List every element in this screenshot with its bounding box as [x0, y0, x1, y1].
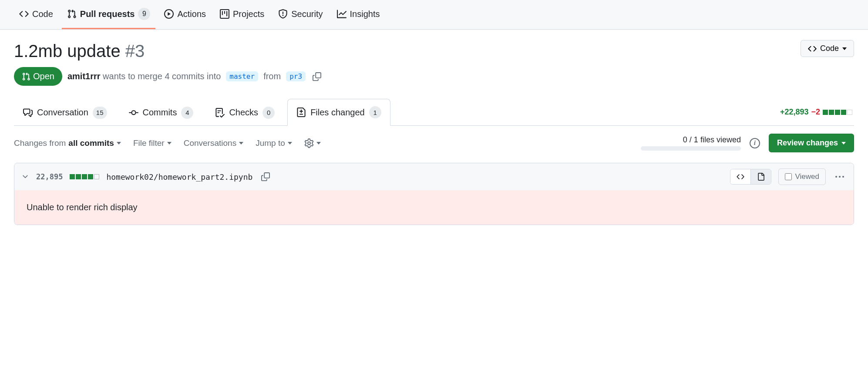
files-viewed-progress: [641, 146, 741, 151]
changes-from-value: all commits: [68, 138, 114, 148]
tab-conversation[interactable]: Conversation 15: [14, 99, 116, 126]
jump-to-dropdown[interactable]: Jump to: [256, 138, 292, 148]
state-text: Open: [33, 71, 54, 81]
file-path[interactable]: homework02/homework_part2.ipynb: [106, 172, 252, 182]
deletions-count: −2: [811, 108, 820, 117]
pull-requests-count: 9: [138, 8, 150, 20]
file-header: 22,895 homework02/homework_part2.ipynb: [14, 163, 854, 190]
base-branch[interactable]: master: [226, 71, 258, 81]
copy-icon: [313, 72, 321, 81]
tab-files-changed[interactable]: Files changed 1: [287, 99, 390, 126]
tab-commits[interactable]: Commits 4: [120, 99, 203, 126]
file-error-message: Unable to render rich display: [14, 190, 854, 225]
nav-code-label: Code: [32, 9, 53, 19]
state-badge: Open: [14, 67, 62, 86]
info-icon[interactable]: i: [750, 138, 760, 148]
review-changes-button[interactable]: Review changes: [769, 134, 854, 152]
display-source-button[interactable]: [730, 169, 750, 184]
changes-from-dropdown[interactable]: Changes from all commits: [14, 138, 121, 148]
pr-author[interactable]: amit1rrr: [67, 71, 101, 81]
code-icon: [808, 44, 817, 53]
files-toolbar: Changes from all commits File filter Con…: [14, 126, 854, 163]
commits-count: 4: [181, 107, 193, 119]
checks-count: 0: [262, 107, 275, 119]
copy-branch-button[interactable]: [311, 71, 323, 83]
merge-text-2: from: [263, 71, 281, 81]
caret-down-icon: [842, 47, 847, 50]
files-viewed-wrap: 0 / 1 files viewed: [641, 135, 741, 151]
pr-title: 1.2mb update #3: [14, 40, 794, 62]
file-diff-icon: [296, 108, 306, 117]
review-changes-label: Review changes: [777, 138, 838, 148]
pr-title-text: 1.2mb update: [14, 41, 121, 61]
pr-tabs: Conversation 15 Commits 4 Checks 0 Files…: [14, 99, 854, 126]
code-button[interactable]: Code: [801, 40, 854, 57]
pr-header: 1.2mb update #3 Open amit1rrr wants to m…: [14, 40, 854, 86]
graph-icon: [337, 9, 347, 19]
file-change-count: 22,895: [36, 172, 63, 181]
file-block: 22,895 homework02/homework_part2.ipynb: [14, 163, 854, 225]
nav-security[interactable]: Security: [273, 0, 328, 29]
shield-icon: [278, 9, 288, 19]
file-filter-dropdown[interactable]: File filter: [133, 138, 172, 148]
conversations-label: Conversations: [184, 138, 236, 148]
nav-pull-requests-label: Pull requests: [80, 9, 135, 19]
conversation-count: 15: [93, 107, 107, 119]
file-icon: [757, 173, 765, 181]
gear-icon: [304, 138, 314, 148]
git-commit-icon: [129, 108, 138, 118]
file-diff-boxes: [70, 174, 99, 179]
nav-pull-requests[interactable]: Pull requests 9: [62, 0, 156, 29]
comment-discussion-icon: [23, 108, 33, 118]
conversations-dropdown[interactable]: Conversations: [184, 138, 243, 148]
code-button-label: Code: [820, 44, 839, 53]
caret-down-icon: [288, 142, 292, 145]
diff-stats: +22,893 −2: [780, 108, 854, 117]
tab-commits-label: Commits: [143, 108, 177, 118]
nav-actions[interactable]: Actions: [159, 0, 211, 29]
viewed-label-text: Viewed: [795, 172, 819, 181]
repo-nav: Code Pull requests 9 Actions Projects Se…: [0, 0, 868, 30]
head-branch[interactable]: pr3: [286, 71, 306, 81]
kebab-icon: [835, 176, 844, 178]
file-more-menu[interactable]: [833, 173, 847, 180]
file-collapse-toggle[interactable]: [21, 173, 29, 181]
merge-text-1: wants to merge 4 commits into: [103, 71, 221, 81]
nav-actions-label: Actions: [177, 9, 206, 19]
nav-insights-label: Insights: [350, 9, 380, 19]
additions-count: +22,893: [780, 108, 809, 117]
nav-security-label: Security: [291, 9, 323, 19]
viewed-checkbox[interactable]: Viewed: [778, 168, 826, 185]
copy-icon: [261, 172, 270, 181]
tab-conversation-label: Conversation: [37, 108, 88, 118]
jump-to-label: Jump to: [256, 138, 285, 148]
display-rich-button[interactable]: [750, 169, 771, 184]
project-icon: [220, 9, 229, 19]
play-icon: [164, 9, 174, 19]
git-pull-request-icon: [22, 72, 30, 81]
display-mode-toggle: [730, 169, 771, 185]
viewed-checkbox-input[interactable]: [785, 173, 792, 180]
tab-files-changed-label: Files changed: [310, 108, 365, 118]
file-filter-label: File filter: [133, 138, 165, 148]
caret-down-icon: [117, 142, 121, 145]
pr-number: #3: [125, 41, 145, 61]
settings-dropdown[interactable]: [304, 138, 321, 148]
code-icon: [19, 9, 29, 19]
caret-down-icon: [841, 142, 846, 145]
nav-insights[interactable]: Insights: [332, 0, 385, 29]
git-pull-request-icon: [67, 9, 77, 19]
diff-boxes: [823, 110, 852, 115]
tab-checks[interactable]: Checks 0: [206, 99, 284, 126]
caret-down-icon: [316, 142, 321, 145]
caret-down-icon: [167, 142, 172, 145]
nav-code[interactable]: Code: [14, 0, 58, 29]
tab-checks-label: Checks: [229, 108, 258, 118]
nav-projects[interactable]: Projects: [215, 0, 269, 29]
caret-down-icon: [239, 142, 243, 145]
copy-path-button[interactable]: [259, 171, 272, 183]
pr-meta: Open amit1rrr wants to merge 4 commits i…: [14, 67, 794, 86]
code-icon: [737, 173, 744, 181]
checklist-icon: [215, 108, 225, 118]
files-viewed-text: 0 / 1 files viewed: [683, 135, 741, 145]
